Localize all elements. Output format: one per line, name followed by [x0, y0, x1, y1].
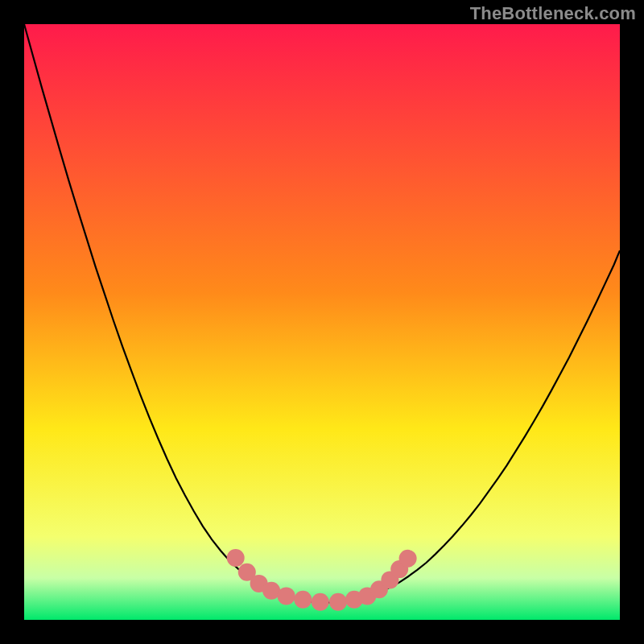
- highlight-marker: [312, 593, 329, 611]
- chart-plot-area: [24, 24, 620, 620]
- highlight-marker: [227, 549, 245, 567]
- watermark-text: TheBottleneck.com: [470, 3, 636, 24]
- highlight-marker: [399, 550, 417, 568]
- highlight-marker: [278, 587, 295, 605]
- highlight-marker: [329, 593, 347, 611]
- chart-frame: TheBottleneck.com: [0, 0, 644, 644]
- highlight-marker: [294, 591, 312, 609]
- chart-svg: [24, 24, 620, 620]
